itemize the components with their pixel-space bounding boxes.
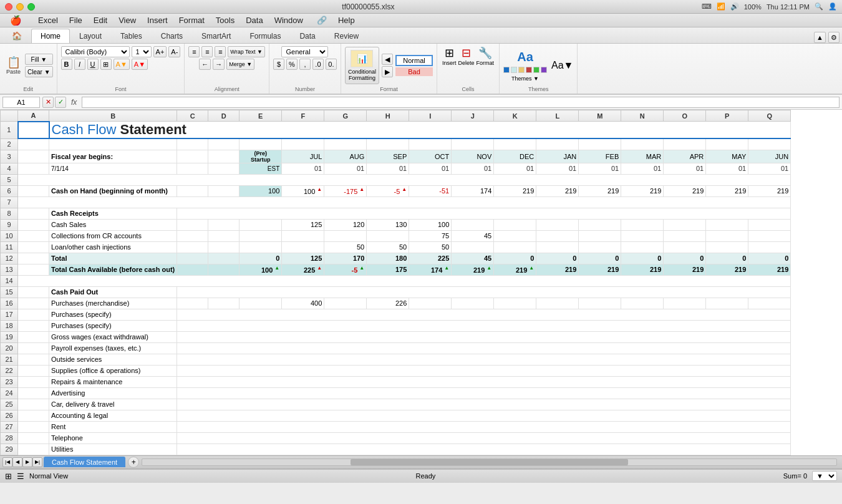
cell-h10[interactable] bbox=[367, 230, 409, 241]
cell-i4[interactable]: 01 bbox=[409, 163, 452, 174]
menu-excel[interactable]: Excel bbox=[33, 14, 63, 26]
cell-q10[interactable] bbox=[748, 230, 791, 241]
cell-o6[interactable]: 219 bbox=[664, 185, 706, 196]
cell-k12[interactable]: 0 bbox=[494, 253, 536, 264]
cell-g3-aug[interactable]: AUG bbox=[324, 150, 367, 163]
cell-i3-oct[interactable]: OCT bbox=[409, 150, 452, 163]
normal-style[interactable]: Normal bbox=[395, 55, 433, 66]
cell-n12[interactable]: 0 bbox=[621, 253, 664, 264]
cell-a4[interactable] bbox=[18, 163, 49, 174]
cell-m2[interactable] bbox=[579, 138, 621, 150]
cell-n6[interactable]: 219 bbox=[621, 185, 664, 196]
cell-b22[interactable]: Supplies (office & operations) bbox=[49, 365, 177, 376]
row-num-1[interactable]: 1 bbox=[1, 122, 18, 139]
cell-d16[interactable] bbox=[208, 298, 240, 309]
cell-j11[interactable] bbox=[452, 241, 494, 253]
cell-c10[interactable] bbox=[177, 230, 208, 241]
cell-a12[interactable] bbox=[18, 253, 49, 264]
cell-e11[interactable] bbox=[240, 241, 282, 253]
underline-button[interactable]: U bbox=[87, 59, 99, 70]
cell-o12[interactable]: 0 bbox=[664, 253, 706, 264]
cell-k6[interactable]: 219 bbox=[494, 185, 536, 196]
cell-b10[interactable]: Collections from CR accounts bbox=[49, 230, 177, 241]
style-prev-btn[interactable]: ◀ bbox=[382, 54, 393, 65]
cell-d13[interactable] bbox=[208, 264, 240, 275]
cell-e12[interactable]: 0 bbox=[240, 253, 282, 264]
themes-selector[interactable]: Aa Themes ▼ bbox=[503, 50, 547, 82]
align-right-btn[interactable]: ≡ bbox=[215, 46, 226, 57]
cell-h3-sep[interactable]: SEP bbox=[367, 150, 409, 163]
menu-data[interactable]: Data bbox=[241, 14, 268, 26]
cell-i12[interactable]: 225 bbox=[409, 253, 452, 264]
tab-smartart[interactable]: SmartArt bbox=[192, 29, 240, 43]
cell-e4-est[interactable]: EST bbox=[240, 163, 282, 174]
sheet-nav-first[interactable]: |◀ bbox=[2, 457, 12, 467]
cell-l4[interactable]: 01 bbox=[536, 163, 579, 174]
cell-n9[interactable] bbox=[621, 219, 664, 230]
tab-formulas[interactable]: Formulas bbox=[240, 29, 290, 43]
style-next-btn[interactable]: ▶ bbox=[382, 66, 393, 77]
cell-q4[interactable]: 01 bbox=[748, 163, 791, 174]
cell-l13[interactable]: 219 bbox=[536, 264, 579, 275]
cell-a25[interactable] bbox=[18, 399, 49, 410]
cell-k10[interactable] bbox=[494, 230, 536, 241]
col-header-e[interactable]: E bbox=[240, 110, 282, 122]
menu-file[interactable]: File bbox=[64, 14, 87, 26]
sheet-tab-cashflow[interactable]: Cash Flow Statement bbox=[44, 457, 125, 467]
cell-k2[interactable] bbox=[494, 138, 536, 150]
cell-a17[interactable] bbox=[18, 309, 49, 320]
cell-h4[interactable]: 01 bbox=[367, 163, 409, 174]
row-num-8[interactable]: 8 bbox=[1, 208, 18, 219]
menu-insert[interactable]: Insert bbox=[142, 14, 173, 26]
row-num-16[interactable]: 16 bbox=[1, 298, 18, 309]
ribbon-settings-btn[interactable]: ⚙ bbox=[828, 32, 840, 43]
cell-a8[interactable] bbox=[18, 208, 49, 219]
cell-b21[interactable]: Outside services bbox=[49, 354, 177, 365]
menu-view[interactable]: View bbox=[114, 14, 141, 26]
sheet-nav-prev[interactable]: ◀ bbox=[12, 457, 22, 467]
cell-n3-mar[interactable]: MAR bbox=[621, 150, 664, 163]
scrollbar-thumb[interactable] bbox=[351, 459, 628, 465]
row-num-27[interactable]: 27 bbox=[1, 421, 18, 432]
cell-g9[interactable]: 120 bbox=[324, 219, 367, 230]
col-header-g[interactable]: G bbox=[324, 110, 367, 122]
cell-g10[interactable] bbox=[324, 230, 367, 241]
cell-o11[interactable] bbox=[664, 241, 706, 253]
close-button[interactable] bbox=[5, 3, 12, 11]
cell-b4-date[interactable]: 7/1/14 bbox=[49, 163, 177, 174]
cell-e16[interactable] bbox=[240, 298, 282, 309]
border-button[interactable]: ⊞ bbox=[100, 59, 112, 70]
col-header-j[interactable]: J bbox=[452, 110, 494, 122]
col-header-p[interactable]: P bbox=[706, 110, 748, 122]
wrap-text-btn[interactable]: Wrap Text ▼ bbox=[228, 46, 265, 57]
cell-p16[interactable] bbox=[706, 298, 748, 309]
cell-p9[interactable] bbox=[706, 219, 748, 230]
cell-l2[interactable] bbox=[536, 138, 579, 150]
insert-cells-btn[interactable]: ⊞ Insert bbox=[442, 46, 457, 66]
cell-c2[interactable] bbox=[177, 138, 208, 150]
col-header-n[interactable]: N bbox=[621, 110, 664, 122]
cell-b25[interactable]: Car, delivery & travel bbox=[49, 399, 177, 410]
cell-k13[interactable]: 219 ▲ bbox=[494, 264, 536, 275]
cell-q13[interactable]: 219 bbox=[748, 264, 791, 275]
row-num-21[interactable]: 21 bbox=[1, 354, 18, 365]
cell-a6[interactable] bbox=[18, 185, 49, 196]
cell-reference-input[interactable]: A1 bbox=[2, 97, 40, 108]
cell-a26[interactable] bbox=[18, 410, 49, 421]
tab-charts[interactable]: Charts bbox=[152, 29, 192, 43]
cell-row15-rest[interactable] bbox=[177, 286, 791, 298]
fill-button[interactable]: Fill ▼ bbox=[25, 54, 53, 65]
cell-q9[interactable] bbox=[748, 219, 791, 230]
cell-f16[interactable]: 400 bbox=[282, 298, 324, 309]
cell-l6[interactable]: 219 bbox=[536, 185, 579, 196]
cell-d6[interactable] bbox=[208, 185, 240, 196]
cell-l11[interactable] bbox=[536, 241, 579, 253]
cell-c3[interactable] bbox=[177, 150, 208, 163]
cell-f2[interactable] bbox=[282, 138, 324, 150]
confirm-formula-btn[interactable]: ✓ bbox=[55, 97, 66, 108]
row-num-13[interactable]: 13 bbox=[1, 264, 18, 275]
col-header-b[interactable]: B bbox=[49, 110, 177, 122]
cell-c13[interactable] bbox=[177, 264, 208, 275]
tab-home-label[interactable]: Home bbox=[31, 29, 70, 43]
row-num-3[interactable]: 3 bbox=[1, 150, 18, 163]
